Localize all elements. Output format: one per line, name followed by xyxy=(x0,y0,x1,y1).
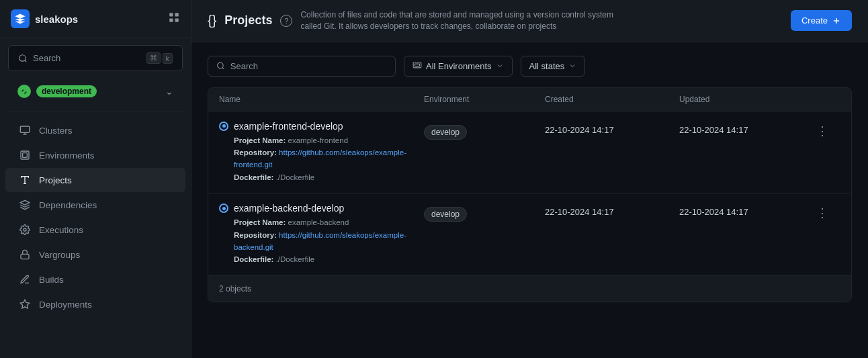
sidebar-item-label: Deployments xyxy=(39,300,92,310)
projects-table: Name Environment Created Updated example… xyxy=(208,87,852,302)
objects-count: 2 objects xyxy=(208,276,851,302)
svg-point-18 xyxy=(218,62,224,69)
search-input[interactable] xyxy=(230,61,387,71)
sidebar-item-vargroups[interactable]: Vargroups xyxy=(5,242,185,267)
sidebar-item-label: Clusters xyxy=(39,126,73,136)
page-header: {} Projects ? Collection of files and co… xyxy=(191,0,868,42)
table-header: Name Environment Created Updated xyxy=(208,88,851,111)
svg-rect-5 xyxy=(20,126,29,132)
sidebar-item-label: Projects xyxy=(39,175,72,185)
grid-icon[interactable] xyxy=(168,11,180,27)
plus-icon xyxy=(832,16,841,26)
environment-tag: develop xyxy=(424,125,467,140)
app-name: sleakops xyxy=(35,13,78,25)
chevron-down-icon xyxy=(568,62,576,70)
svg-point-4 xyxy=(19,54,26,60)
dependencies-icon xyxy=(19,199,31,211)
sidebar-item-environments[interactable]: Environments xyxy=(5,143,185,167)
filters-bar: All Environments All states xyxy=(208,56,852,77)
sidebar-item-label: Dependencies xyxy=(39,200,97,210)
builds-icon xyxy=(19,273,31,285)
env-status-dot xyxy=(17,85,31,98)
row-more-button[interactable]: ⋮ xyxy=(814,121,831,141)
search-shortcut: ⌘ k xyxy=(146,52,173,64)
row-more-button[interactable]: ⋮ xyxy=(814,203,831,223)
vargroups-icon xyxy=(19,249,31,261)
sidebar-item-builds[interactable]: Builds xyxy=(5,267,185,292)
sidebar-item-clusters[interactable]: Clusters xyxy=(5,118,185,142)
page-title: Projects xyxy=(224,13,272,28)
svg-rect-9 xyxy=(23,153,28,158)
content-area: All Environments All states Name Environ… xyxy=(191,42,868,358)
updated-cell: 22-10-2024 14:17 xyxy=(679,203,814,217)
create-button[interactable]: Create xyxy=(791,10,852,31)
environment-filter-button[interactable]: All Environments xyxy=(404,56,513,77)
clusters-icon xyxy=(19,124,31,136)
svg-rect-1 xyxy=(175,13,179,16)
sidebar-item-dependencies[interactable]: Dependencies xyxy=(5,193,185,217)
page-icon: {} xyxy=(208,13,216,28)
state-filter-label: All states xyxy=(529,61,565,71)
search-icon xyxy=(18,54,28,63)
chevron-down-icon xyxy=(496,62,504,70)
projects-icon xyxy=(19,174,31,186)
page-description: Collection of files and code that are st… xyxy=(300,9,636,32)
sidebar-item-executions[interactable]: Executions xyxy=(5,218,185,242)
sidebar-item-label: Executions xyxy=(39,225,83,235)
svg-rect-8 xyxy=(21,151,29,159)
col-updated: Updated xyxy=(679,95,814,104)
dockerfile-value: ./Dockerfile xyxy=(276,173,315,181)
sidebar-item-deployments[interactable]: Deployments xyxy=(5,292,185,316)
svg-marker-15 xyxy=(20,300,29,308)
sidebar-item-label: Environments xyxy=(39,150,95,161)
state-filter-button[interactable]: All states xyxy=(521,56,586,77)
environment-cell: develop xyxy=(424,203,545,222)
dockerfile-label: Dockerfile: xyxy=(234,255,273,263)
project-name-text: example-backend-develop xyxy=(234,203,344,214)
sidebar-item-label: Builds xyxy=(39,275,64,285)
environment-tag: develop xyxy=(424,207,467,222)
environments-icon xyxy=(19,149,31,161)
project-name-text: example-frontend-develop xyxy=(234,121,343,132)
shortcut-key: k xyxy=(163,53,173,64)
created-cell: 22-10-2024 14:17 xyxy=(545,203,679,217)
dockerfile-label: Dockerfile: xyxy=(234,173,273,181)
help-icon[interactable]: ? xyxy=(280,15,292,27)
search-icon xyxy=(216,61,225,71)
environment-filter-icon xyxy=(413,61,422,71)
environment-badge: development xyxy=(36,85,97,97)
svg-rect-2 xyxy=(169,18,173,21)
col-created: Created xyxy=(545,95,679,104)
sidebar-header: sleakops xyxy=(0,0,191,38)
created-cell: 22-10-2024 14:17 xyxy=(545,121,679,135)
shortcut-modifier: ⌘ xyxy=(146,52,161,64)
sidebar-search[interactable]: Search ⌘ k xyxy=(8,45,183,71)
sidebar-item-projects[interactable]: Projects xyxy=(5,168,185,192)
logo-icon xyxy=(11,9,30,28)
executions-icon xyxy=(19,224,31,236)
logo-area: sleakops xyxy=(11,9,78,28)
sidebar-item-label: Vargroups xyxy=(39,250,80,260)
repository-label: Repository: xyxy=(234,148,277,156)
repository-label: Repository: xyxy=(234,231,277,239)
svg-rect-0 xyxy=(169,13,173,16)
environment-selector[interactable]: development ⌄ xyxy=(8,78,183,105)
project-name-value: example-backend xyxy=(288,218,349,226)
nav-menu: Clusters Environments Projects xyxy=(0,112,191,358)
sidebar-search-label: Search xyxy=(33,53,60,63)
col-actions xyxy=(814,95,840,104)
project-name-cell: example-backend-develop Project Name: ex… xyxy=(219,203,424,266)
sidebar: sleakops Search ⌘ k xyxy=(0,0,191,358)
project-name-label: Project Name: xyxy=(234,136,286,144)
col-environment: Environment xyxy=(424,95,545,104)
svg-point-13 xyxy=(24,228,26,231)
search-input-wrap[interactable] xyxy=(208,56,396,77)
svg-rect-20 xyxy=(415,64,420,66)
project-status-dot xyxy=(219,204,228,213)
environment-cell: develop xyxy=(424,121,545,140)
chevron-down-icon: ⌄ xyxy=(165,86,173,97)
project-status-dot xyxy=(219,122,228,131)
dockerfile-value: ./Dockerfile xyxy=(276,255,315,263)
project-name-cell: example-frontend-develop Project Name: e… xyxy=(219,121,424,184)
col-name: Name xyxy=(219,95,424,104)
